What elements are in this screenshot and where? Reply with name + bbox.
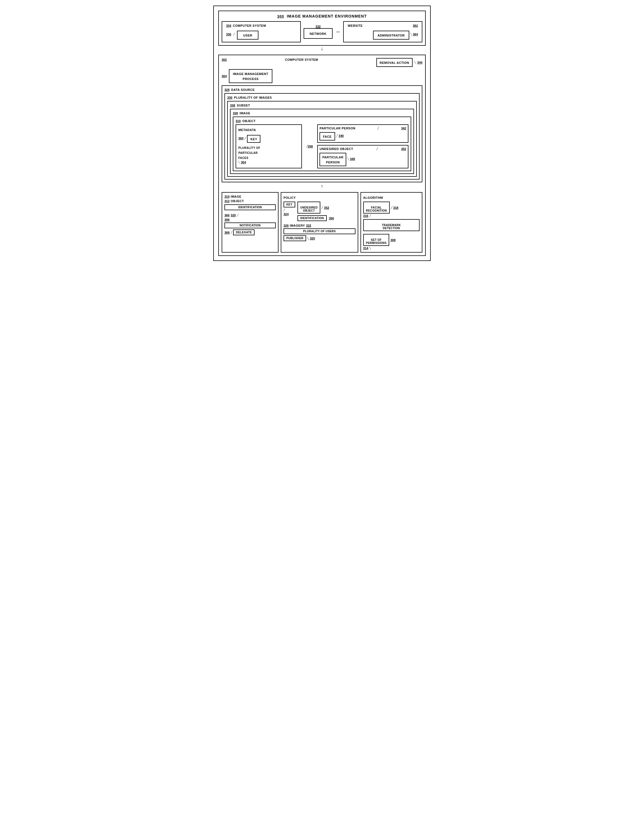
bottom-arrow-up: ↑ — [222, 184, 422, 190]
bottom-left-section: 310 IMAGE 312 OBJECT IDENTIFICATION 366 … — [222, 192, 279, 253]
removal-action-box: REMOVAL ACTION — [376, 58, 412, 67]
subset-section: 338 SUBSET 339 IMAGE 310 O — [227, 101, 417, 177]
object-section: 310 OBJECT METADATA 360 ╱ — [233, 116, 411, 171]
identification2-box: IDENTIFICATION — [297, 215, 327, 221]
undesired-object2-box: UNDESIRED OBJECT — [297, 202, 320, 213]
website-box: WEBSITE 362 ADMINISTRATOR ╲ 364 — [343, 21, 422, 42]
data-source-section: 328 DATA SOURCE 330 PLURALITY OF IMAGES … — [222, 85, 422, 182]
plurality-images-section: 330 PLURALITY OF IMAGES 338 SUBSET 339 I… — [224, 93, 420, 179]
imp-box: IMAGE MANAGEMENT PROCESS — [229, 69, 272, 83]
network-box: NETWORK — [304, 28, 333, 39]
env-ref: 300 — [277, 14, 284, 18]
plurality-users-box: PLURALITY OF USERS — [284, 228, 356, 234]
set-permissions-box: SET OF PERMISSIONS — [363, 234, 389, 246]
image-inner-section: 339 IMAGE 310 OBJECT — [230, 109, 414, 174]
identification-box: IDENTIFICATION — [224, 204, 276, 210]
network-arrow-down: ↓ — [218, 46, 426, 52]
top-row: 334 COMPUTER SYSTEM 336 ╱ USER 332 NETWO — [222, 21, 422, 42]
bottom-right-section: ALGORITHM FACIAL RECOGNITION ╱ 318 316 ╱ — [360, 192, 422, 253]
main-computer-system: 302 COMPUTER SYSTEM REMOVAL ACTION ╲ 344… — [218, 55, 426, 256]
metadata-box: METADATA 360 ╱ KEY — [236, 124, 302, 169]
bottom-center-section: POLICY KEY ╱ 324 UNDESIRED O — [281, 192, 358, 253]
facial-recognition-box: FACIAL RECOGNITION — [363, 202, 390, 213]
particular-person2-box: PARTICULAR PERSON — [319, 153, 346, 166]
trademark-detection-box: TRADEMARK DETECTION — [363, 219, 420, 231]
publisher-box: PUBLISHER — [284, 235, 306, 241]
notification-box: NOTIFICATION — [224, 222, 276, 228]
user-box: USER — [237, 31, 258, 40]
undesired-object-box: UNDESIRED OBJECT ╱ 352 PARTICULAR PERSON — [317, 145, 408, 169]
diagram-container: 300 IMAGE MANAGEMENT ENVIRONMENT 334 COM… — [213, 6, 431, 261]
particular-person-box: PARTICULAR PERSON ╱ 342 FACE — [317, 124, 408, 143]
key2-box: KEY — [284, 202, 295, 207]
face-box: FACE — [319, 132, 335, 141]
key-box: KEY — [247, 135, 261, 143]
env-section: 300 IMAGE MANAGEMENT ENVIRONMENT 334 COM… — [218, 11, 426, 46]
bottom-section: 310 IMAGE 312 OBJECT IDENTIFICATION 366 … — [222, 192, 422, 253]
admin-box: ADMINISTRATOR — [373, 31, 409, 40]
delegate-box: DELEGATE — [233, 230, 255, 235]
env-title: 300 IMAGE MANAGEMENT ENVIRONMENT — [222, 14, 422, 18]
computer-system-box: 334 COMPUTER SYSTEM 336 ╱ USER — [222, 21, 301, 42]
